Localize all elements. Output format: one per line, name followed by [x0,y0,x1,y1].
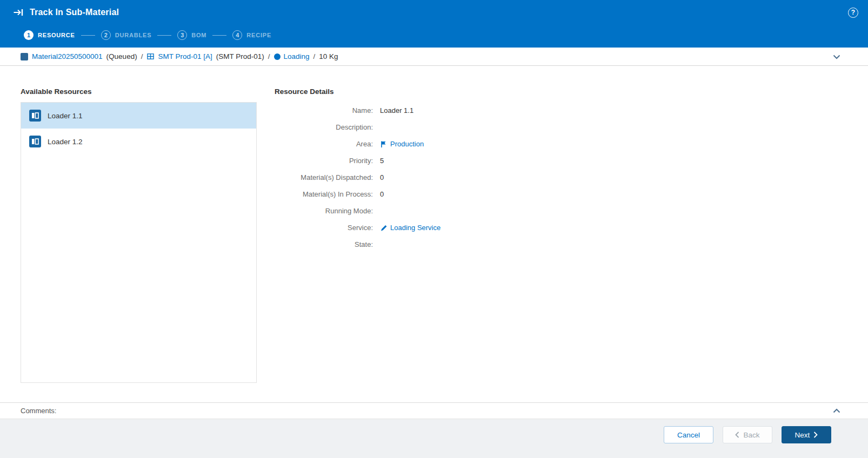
field-row-description: Description: [275,119,868,136]
field-row-state: State: [275,236,868,253]
field-label: State: [275,240,373,248]
area-icon [380,140,388,148]
loader-icon [29,110,41,122]
comments-bar: Comments: [0,402,868,419]
step-resource[interactable]: 1 RESOURCE [24,30,75,40]
chevron-up-icon [832,407,841,415]
help-icon: ? [851,9,855,16]
track-in-icon [13,7,24,18]
chevron-left-icon [735,432,739,438]
field-label: Priority: [275,157,373,165]
available-resources-panel: Available Resources Loader 1.1 [21,87,257,402]
footer-bar: Cancel Back Next [0,419,868,458]
available-resources-title: Available Resources [21,87,257,96]
step-durables-number: 2 [101,30,111,40]
step-resource-label: RESOURCE [38,32,75,38]
breadcrumb-separator: / [268,52,270,60]
back-button[interactable]: Back [723,426,772,443]
step-recipe[interactable]: 4 RECIPE [232,30,271,40]
quantity-text: 10 Kg [319,52,338,60]
resource-list[interactable]: Loader 1.1 Loader 1.2 [21,102,257,383]
field-label: Name: [275,106,373,114]
field-value: Loader 1.1 [380,106,413,114]
wizard-stepper: 1 RESOURCE 2 DURABLES 3 BOM 4 RECIPE [0,25,868,45]
step-durables[interactable]: 2 DURABLES [101,30,152,40]
field-label: Service: [275,224,373,232]
field-row-service: Service: Loading Service [275,219,868,236]
flow-step-icon [274,53,281,60]
resource-details-title: Resource Details [275,87,868,96]
chevron-down-icon [832,52,841,61]
step-connector [81,35,95,36]
step-bom[interactable]: 3 BOM [177,30,206,40]
page-title: Track In Sub-Material [30,8,119,17]
field-value: 0 [380,190,384,198]
step-recipe-label: RECIPE [246,32,271,38]
field-row-name: Name: Loader 1.1 [275,102,868,119]
cancel-button[interactable]: Cancel [664,426,713,443]
flow-step-link[interactable]: Loading [284,52,310,60]
service-icon [380,224,388,232]
next-button[interactable]: Next [782,426,831,443]
step-resource-number: 1 [24,30,34,40]
area-link[interactable]: Production [390,140,424,148]
field-row-materials-dispatched: Material(s) Dispatched: 0 [275,169,868,186]
material-state: (Queued) [106,52,137,60]
breadcrumb-separator: / [313,52,316,60]
list-item-label: Loader 1.1 [48,112,83,120]
loader-icon [29,136,41,147]
chevron-right-icon [813,432,818,438]
resource-icon [146,52,155,60]
list-item-loader-1-2[interactable]: Loader 1.2 [21,129,256,154]
context-bar: Material20250500001 (Queued) / SMT Prod-… [0,48,868,66]
comments-collapse-button[interactable] [832,407,841,415]
resource-details-fields: Name: Loader 1.1 Description: Area: [275,102,868,253]
main-content: Available Resources Loader 1.1 [0,66,868,402]
field-row-area: Area: Production [275,136,868,152]
next-button-label: Next [795,431,810,439]
breadcrumb-separator: / [141,52,143,60]
help-button[interactable]: ? [848,8,858,18]
resource-details-panel: Resource Details Name: Loader 1.1 Descri… [275,87,868,402]
field-label: Material(s) Dispatched: [275,173,373,181]
field-label: Description: [275,123,373,131]
field-row-materials-in-process: Material(s) In Process: 0 [275,186,868,203]
comments-label: Comments: [21,407,56,415]
resource-link[interactable]: SMT Prod-01 [A] [158,52,212,60]
step-bom-label: BOM [191,32,206,38]
back-button-label: Back [743,431,759,439]
track-in-wizard-window: Track In Sub-Material ? 1 RESOURCE 2 DUR… [0,0,868,458]
step-recipe-number: 4 [232,30,242,40]
cancel-button-label: Cancel [677,431,700,439]
step-bom-number: 3 [177,30,187,40]
field-value: 5 [380,157,384,165]
step-connector [212,35,226,36]
list-item-loader-1-1[interactable]: Loader 1.1 [21,103,256,129]
field-label: Material(s) In Process: [275,190,373,198]
field-row-priority: Priority: 5 [275,152,868,169]
service-link[interactable]: Loading Service [390,224,440,232]
step-durables-label: DURABLES [115,32,152,38]
field-label: Area: [275,140,373,148]
field-label: Running Mode: [275,207,373,215]
list-item-label: Loader 1.2 [48,138,83,146]
field-value: 0 [380,173,384,181]
resource-alias: (SMT Prod-01) [216,52,264,60]
material-link[interactable]: Material20250500001 [32,52,103,60]
step-connector [157,35,171,36]
top-bar: Track In Sub-Material ? 1 RESOURCE 2 DUR… [0,0,868,48]
context-collapse-button[interactable] [832,52,841,61]
material-icon [21,53,28,60]
field-row-running-mode: Running Mode: [275,203,868,219]
